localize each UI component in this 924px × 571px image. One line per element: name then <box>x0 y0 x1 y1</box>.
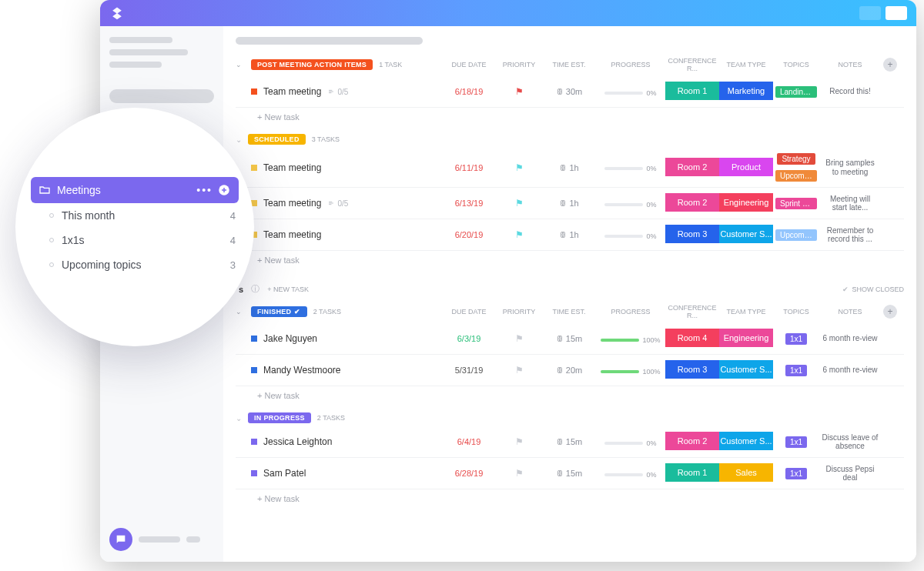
topic-chip[interactable]: Strategy <box>777 153 815 165</box>
task-row[interactable]: Jake Nguyen 6/3/19 ⚑ 15m 100% Room 4 Eng… <box>236 323 904 355</box>
team-type-tag[interactable]: Engineering <box>719 193 773 212</box>
progress-bar[interactable]: 100% <box>601 368 660 376</box>
subtask-count[interactable]: 0/5 <box>327 88 348 96</box>
priority-flag[interactable]: ⚑ <box>496 365 542 376</box>
status-square-icon[interactable] <box>251 439 257 445</box>
conference-room-tag[interactable]: Room 2 <box>665 193 719 212</box>
time-estimate[interactable]: 15m <box>542 334 596 343</box>
priority-flag[interactable]: ⚑ <box>496 333 542 344</box>
priority-flag[interactable]: ⚑ <box>496 198 542 209</box>
conference-room-tag[interactable]: Room 4 <box>665 329 719 347</box>
add-icon[interactable] <box>217 183 231 197</box>
notes-text[interactable]: Record this! <box>819 87 881 96</box>
time-estimate[interactable]: 1h <box>542 199 596 208</box>
notes-text[interactable]: 6 month re-view <box>819 334 881 343</box>
status-pill[interactable]: SCHEDULED <box>248 134 306 145</box>
status-square-icon[interactable] <box>251 88 257 95</box>
conference-room-tag[interactable]: Room 1 <box>665 463 719 482</box>
team-type-tag[interactable]: Sales <box>719 463 773 482</box>
conference-room-tag[interactable]: Room 2 <box>665 432 719 450</box>
status-pill[interactable]: IN PROGRESS <box>248 412 311 423</box>
time-estimate[interactable]: 20m <box>542 366 596 375</box>
status-pill[interactable]: POST MEETING ACTION ITEMS <box>251 59 373 70</box>
chat-icon[interactable] <box>109 528 132 551</box>
time-estimate[interactable]: 30m <box>542 87 596 96</box>
subtask-count[interactable]: 0/5 <box>327 199 348 208</box>
new-task-button[interactable]: + NEW TASK <box>267 286 309 293</box>
topic-chip[interactable]: Sprint R... <box>775 198 817 209</box>
team-type-tag[interactable]: Product <box>719 158 773 176</box>
new-task-button[interactable]: + New task <box>236 386 904 402</box>
progress-bar[interactable]: 0% <box>604 439 656 447</box>
notes-text[interactable]: 6 month re-view <box>819 366 881 375</box>
due-date[interactable]: 6/18/19 <box>442 87 496 96</box>
conference-room-tag[interactable]: Room 1 <box>665 82 719 100</box>
status-square-icon[interactable] <box>251 367 257 373</box>
progress-bar[interactable]: 0% <box>604 165 656 172</box>
progress-bar[interactable]: 0% <box>604 471 656 479</box>
topic-chip[interactable]: 1x1 <box>785 365 807 376</box>
folder-header[interactable]: Meetings ••• <box>31 177 239 203</box>
conference-room-tag[interactable]: Room 3 <box>665 225 719 243</box>
add-column-icon[interactable]: + <box>883 58 897 72</box>
folder-list-item[interactable]: 1x1s 4 <box>31 228 239 252</box>
folder-list-item[interactable]: This month 4 <box>31 203 239 228</box>
time-estimate[interactable]: 1h <box>542 230 596 239</box>
topic-chip[interactable]: 1x1 <box>785 333 807 345</box>
due-date[interactable]: 6/3/19 <box>442 334 496 343</box>
progress-bar[interactable]: 0% <box>604 89 656 97</box>
topic-chip[interactable]: Landing... <box>775 86 817 98</box>
notes-text[interactable]: Meeting will start late... <box>819 195 881 212</box>
collapse-icon[interactable]: ⌄ <box>236 308 251 316</box>
task-row[interactable]: Team meeting 0/5 6/13/19 ⚑ 1h 0% Room 2 … <box>236 188 904 219</box>
time-estimate[interactable]: 15m <box>542 469 596 478</box>
sidebar-search-pill[interactable] <box>109 89 214 103</box>
status-square-icon[interactable] <box>251 470 257 476</box>
task-row[interactable]: Team meeting 6/11/19 ⚑ 1h 0% Room 2 Prod… <box>236 148 904 188</box>
priority-flag[interactable]: ⚑ <box>496 436 542 447</box>
status-pill[interactable]: FINISHED ✔ <box>251 306 307 317</box>
topic-chip[interactable]: Upcomi... <box>775 170 817 182</box>
add-column-icon[interactable]: + <box>883 305 897 319</box>
notes-text[interactable]: Remember to record this ... <box>819 226 881 244</box>
topic-chip[interactable]: Upcomi... <box>775 229 817 241</box>
chat-launcher[interactable] <box>109 528 214 551</box>
conference-room-tag[interactable]: Room 3 <box>665 360 719 379</box>
priority-flag[interactable]: ⚑ <box>496 229 542 240</box>
collapse-icon[interactable]: ⌄ <box>236 61 251 68</box>
progress-bar[interactable]: 100% <box>601 336 660 344</box>
progress-bar[interactable]: 0% <box>604 232 656 240</box>
task-row[interactable]: Team meeting 0/5 6/18/19 ⚑ 30m 0% Room 1… <box>236 76 904 108</box>
due-date[interactable]: 6/20/19 <box>442 230 496 239</box>
collapse-icon[interactable]: ⌄ <box>236 135 242 144</box>
due-date[interactable]: 5/31/19 <box>442 366 496 375</box>
status-square-icon[interactable] <box>251 336 257 342</box>
show-closed-toggle[interactable]: ✔SHOW CLOSED <box>842 286 904 293</box>
priority-flag[interactable]: ⚑ <box>496 162 542 173</box>
new-task-button[interactable]: + New task <box>236 251 904 266</box>
notes-text[interactable]: Bring samples to meeting <box>819 159 881 176</box>
team-type-tag[interactable]: Customer S... <box>719 360 773 379</box>
task-row[interactable]: Sam Patel 6/28/19 ⚑ 15m 0% Room 1 Sales … <box>236 458 904 489</box>
topbar-button-b[interactable] <box>886 6 907 20</box>
progress-bar[interactable]: 0% <box>604 201 656 209</box>
new-task-button[interactable]: + New task <box>236 108 904 123</box>
priority-flag[interactable]: ⚑ <box>496 86 542 97</box>
notes-text[interactable]: Discuss Pepsi deal <box>819 465 881 483</box>
task-row[interactable]: Team meeting 6/20/19 ⚑ 1h 0% Room 3 Cust… <box>236 219 904 251</box>
collapse-icon[interactable]: ⌄ <box>236 414 242 422</box>
priority-flag[interactable]: ⚑ <box>496 468 542 479</box>
due-date[interactable]: 6/13/19 <box>442 199 496 208</box>
topic-chip[interactable]: 1x1 <box>785 468 807 479</box>
due-date[interactable]: 6/4/19 <box>442 437 496 446</box>
team-type-tag[interactable]: Customer S... <box>719 432 773 450</box>
time-estimate[interactable]: 1h <box>542 163 596 172</box>
folder-list-item[interactable]: Upcoming topics 3 <box>31 252 239 277</box>
due-date[interactable]: 6/11/19 <box>442 163 496 172</box>
status-square-icon[interactable] <box>251 165 257 171</box>
team-type-tag[interactable]: Engineering <box>719 329 773 347</box>
new-task-button[interactable]: + New task <box>236 489 904 505</box>
team-type-tag[interactable]: Customer S... <box>719 225 773 243</box>
notes-text[interactable]: Discuss leave of absence <box>819 433 881 451</box>
task-row[interactable]: Mandy Westmoore 5/31/19 ⚑ 20m 100% Room … <box>236 355 904 386</box>
